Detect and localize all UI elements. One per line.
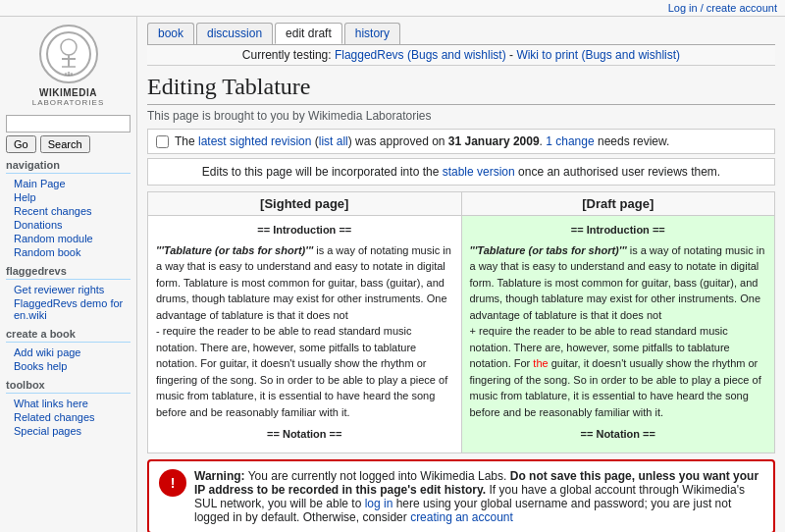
diff-left-notation: == Notation == xyxy=(156,426,453,443)
sidebar-section-create-a-book: create a bookAdd wiki pageBooks help xyxy=(6,328,131,373)
warning-title: Warning: xyxy=(194,469,245,483)
diff-left-text: '''Tablature (or tabs for short)''' is a… xyxy=(156,242,453,324)
sidebar-section-title: toolbox xyxy=(6,379,131,394)
sidebar-item: Add wiki page xyxy=(6,346,131,359)
sidebar: ≡II≡ WIKIMEDIA LABORATORIES Go Search na… xyxy=(0,17,137,532)
sidebar-item-link[interactable]: Random module xyxy=(14,233,93,244)
svg-text:≡II≡: ≡II≡ xyxy=(64,71,73,77)
search-box: Go Search xyxy=(6,115,131,153)
logo-sub: LABORATORIES xyxy=(6,98,131,107)
sidebar-item-link[interactable]: Help xyxy=(14,191,36,203)
stable-text1: Edits to this page will be incorporated … xyxy=(202,165,443,179)
logo-image: ≡II≡ xyxy=(39,25,98,83)
diff-right-col: [Draft page] == Introduction == '''Tabla… xyxy=(461,192,775,452)
sidebar-item: Main Page xyxy=(6,177,131,190)
sidebar-section-toolbox: toolboxWhat links hereRelated changesSpe… xyxy=(6,379,131,438)
diff-left-header: [Sighted page] xyxy=(148,192,461,216)
diff-right-text: '''Tablature (or tabs for short)''' is a… xyxy=(470,242,767,324)
sidebar-item: Help xyxy=(6,190,131,204)
sidebar-section-navigation: navigationMain PageHelpRecent changesDon… xyxy=(6,159,131,259)
warning-icon: ! xyxy=(159,469,186,497)
sidebar-item-link[interactable]: Add wiki page xyxy=(14,346,81,358)
change-link[interactable]: 1 change xyxy=(546,134,594,148)
logo: ≡II≡ WIKIMEDIA LABORATORIES xyxy=(6,25,131,107)
sidebar-item-link[interactable]: Special pages xyxy=(14,425,81,437)
sidebar-item-link[interactable]: Get reviewer rights xyxy=(14,284,104,295)
diff-left-content: == Introduction == '''Tablature (or tabs… xyxy=(148,216,461,452)
warning-text1: You are currently not logged into Wikime… xyxy=(248,469,510,483)
svg-point-1 xyxy=(61,39,77,55)
stable-text2: once an authorised user reviews them. xyxy=(518,165,720,179)
sidebar-section-title: flaggedrevs xyxy=(6,265,131,280)
review-bar: The latest sighted revision (list all) w… xyxy=(147,129,775,154)
stable-bar: Edits to this page will be incorporated … xyxy=(147,158,775,186)
page-title: Editing Tablature xyxy=(147,74,775,105)
sidebar-item-link[interactable]: Related changes xyxy=(14,411,95,423)
sidebar-item: Related changes xyxy=(6,410,131,424)
search-input[interactable] xyxy=(6,115,131,133)
tab-history[interactable]: history xyxy=(344,23,400,44)
sidebar-item: Get reviewer rights xyxy=(6,283,131,296)
create-account-link[interactable]: creating an account xyxy=(410,510,513,524)
testing-prefix: Currently testing: xyxy=(242,48,335,62)
tab-discussion[interactable]: discussion xyxy=(196,23,273,44)
go-button[interactable]: Go xyxy=(6,135,36,153)
sidebar-item: Random book xyxy=(6,245,131,259)
main-content: book discussion edit draft history Curre… xyxy=(137,17,785,532)
bugs-wishlist-link2[interactable]: (Bugs and wishlist) xyxy=(581,48,680,62)
wiki-print-link[interactable]: Wiki to print xyxy=(516,48,578,62)
diff-area: [Sighted page] == Introduction == '''Tab… xyxy=(147,191,775,453)
sidebar-item-link[interactable]: FlaggedRevs demo for en.wiki xyxy=(14,297,123,321)
stable-version-link[interactable]: stable version xyxy=(443,165,515,179)
top-bar: Log in / create account xyxy=(0,0,785,17)
tabs: book discussion edit draft history xyxy=(147,17,775,45)
search-buttons: Go Search xyxy=(6,135,131,153)
login-inline-link[interactable]: log in xyxy=(365,497,393,510)
sidebar-item-link[interactable]: Donations xyxy=(14,219,63,231)
sidebar-item: Donations xyxy=(6,218,131,232)
diff-right-header: [Draft page] xyxy=(462,192,775,216)
sidebar-item: Books help xyxy=(6,359,131,373)
bugs-wishlist-link1[interactable]: (Bugs and wishlist) xyxy=(407,48,506,62)
sidebar-item-link[interactable]: Books help xyxy=(14,360,67,372)
search-button[interactable]: Search xyxy=(40,135,90,153)
review-date: 31 January 2009 xyxy=(448,134,540,148)
logo-name: WIKIMEDIA xyxy=(6,87,131,98)
sidebar-item: Recent changes xyxy=(6,204,131,218)
diff-left-section: == Introduction == xyxy=(156,222,453,239)
sidebar-item-link[interactable]: Main Page xyxy=(14,178,66,189)
sidebar-item-link[interactable]: Random book xyxy=(14,246,81,258)
diff-left-text2: - require the reader to be able to read … xyxy=(156,323,453,420)
tab-edit-draft[interactable]: edit draft xyxy=(275,23,342,44)
sidebar-item: What links here xyxy=(6,397,131,410)
latest-sighted-link[interactable]: latest sighted revision xyxy=(198,134,311,148)
tab-book[interactable]: book xyxy=(147,23,194,44)
flaggedrevs-link[interactable]: FlaggedRevs xyxy=(335,48,404,62)
warning-text: Warning: You are currently not logged in… xyxy=(194,469,763,524)
sidebar-item-link[interactable]: Recent changes xyxy=(14,205,92,217)
sidebar-item-link[interactable]: What links here xyxy=(14,398,88,409)
sidebar-sections: navigationMain PageHelpRecent changesDon… xyxy=(6,159,131,438)
login-link[interactable]: Log in / create account xyxy=(668,2,777,14)
testing-bar: Currently testing: FlaggedRevs (Bugs and… xyxy=(147,45,775,66)
diff-right-content: == Introduction == '''Tablature (or tabs… xyxy=(462,216,775,452)
diff-right-notation: == Notation == xyxy=(470,426,767,443)
sidebar-section-flaggedrevs: flaggedrevsGet reviewer rightsFlaggedRev… xyxy=(6,265,131,322)
subtitle: This page is brought to you by Wikimedia… xyxy=(147,109,775,123)
sidebar-item: Special pages xyxy=(6,424,131,438)
sidebar-section-title: navigation xyxy=(6,159,131,174)
sidebar-item: FlaggedRevs demo for en.wiki xyxy=(6,296,131,322)
list-all-link[interactable]: list all xyxy=(319,134,348,148)
warning-box: ! Warning: You are currently not logged … xyxy=(147,459,775,533)
diff-right-section: == Introduction == xyxy=(470,222,767,239)
sidebar-section-title: create a book xyxy=(6,328,131,343)
diff-left-col: [Sighted page] == Introduction == '''Tab… xyxy=(148,192,461,452)
sidebar-item: Random module xyxy=(6,232,131,245)
diff-right-text2: + require the reader to be able to read … xyxy=(470,323,767,420)
review-checkbox[interactable] xyxy=(156,135,169,148)
review-text: The latest sighted revision (list all) w… xyxy=(175,134,669,148)
